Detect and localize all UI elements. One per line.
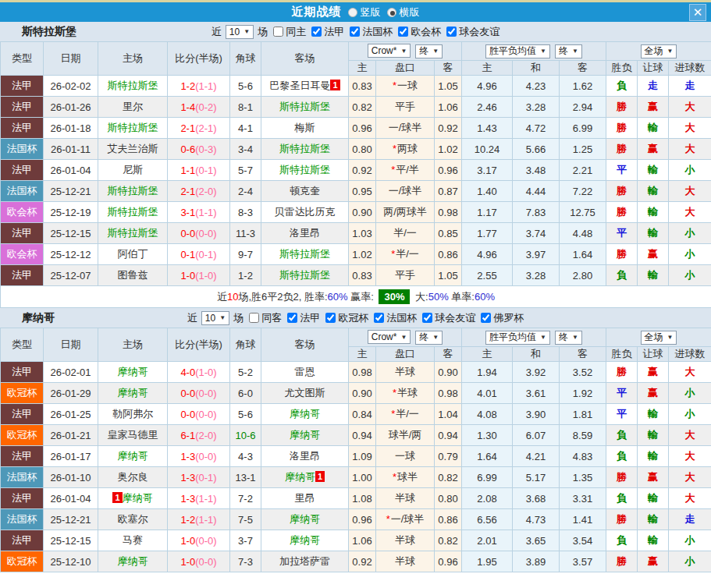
league-checkbox-1[interactable] [350,27,360,37]
league-label-0: 法甲 [300,311,320,325]
away-team-name: 洛里昂 [290,450,320,462]
score: 1-0(0-0) [168,551,230,572]
sub-column-header: 盘口 [376,347,435,362]
avg-final-select-value: 终 [559,331,568,344]
odds-company-select[interactable]: Crow*▼ [368,330,411,344]
league-checkbox-0[interactable] [311,27,322,37]
handicap: *一/球半 [376,509,435,530]
league-checkbox-3[interactable] [446,27,457,37]
horizontal-layout-radio[interactable] [387,8,396,17]
home-team-name: 斯特拉斯堡 [108,185,158,197]
league-checkbox-0[interactable] [287,313,297,323]
odds-final-select[interactable]: 终▼ [415,331,443,345]
home-team-name: 里尔 [123,101,143,112]
odds-home: 1.09 [349,446,376,467]
result-win-lose: 平 [606,383,638,404]
scope-controls: 全场▼ [606,328,711,347]
match-date: 26-01-29 [44,383,98,404]
horizontal-layout-label[interactable]: 横版 [400,5,420,19]
full-score: 1-4 [180,101,195,113]
match-date: 25-12-07 [44,265,98,286]
league-checkbox-4[interactable] [481,313,491,323]
handicap: 一/球半 [376,118,435,139]
same-venue-checkbox[interactable] [273,27,283,37]
result-handicap: 赢 [638,362,669,383]
result-handicap-value: 赢 [648,101,658,112]
matches-label: 场 [233,311,244,325]
avg-away: 3.31 [560,488,606,509]
match-count-select[interactable]: 10▼ [201,311,229,325]
avg-final-select[interactable]: 终▼ [555,331,582,345]
score: 1-1(0-1) [168,160,230,181]
type-badge: 欧冠杯 [1,551,44,572]
vertical-layout-radio[interactable] [348,8,357,17]
avg-type-select-value: 胜平负均值 [489,331,536,344]
score: 6-1(2-0) [168,425,230,446]
handicap-text: 半球 [395,366,415,377]
handicap: 球半/两 [376,425,435,446]
scope-select[interactable]: 全场▼ [641,331,677,345]
avg-draw: 3.89 [513,551,560,572]
score: 2-1(2-1) [168,118,230,139]
handicap: *两球 [376,139,435,160]
sub-column-header: 和 [513,347,560,362]
match-count-select[interactable]: 10▼ [226,25,254,39]
match-date: 26-02-02 [44,76,98,97]
away-team-name: 里昂 [295,492,315,504]
table-row: 法甲26-01-25勒阿弗尔0-0(0-0)5-6摩纳哥0.84*半/一1.04… [1,404,711,425]
chevron-down-icon: ▼ [432,334,439,341]
result-goals-value: 小 [685,227,695,239]
avg-draw: 3.68 [513,488,560,509]
odds-company-select[interactable]: Crow*▼ [368,44,411,58]
score: 1-4(0-2) [168,97,230,118]
type-badge: 法甲 [1,265,44,286]
league-checkbox-1[interactable] [325,313,336,323]
sub-column-header: 客 [435,347,462,362]
handicap-star: * [393,471,396,483]
type-badge: 欧会杯 [1,202,44,223]
odds-away: 1.05 [435,265,462,286]
away-team-name: 斯特拉斯堡 [279,101,330,112]
match-date: 26-01-10 [44,467,98,488]
sub-column-header: 和 [513,61,560,76]
avg-final-select[interactable]: 终▼ [555,44,582,58]
league-checkbox-2[interactable] [374,313,384,323]
results-table-0: 类型日期主场比分(半场)角球客场Crow*▼终▼胜平负均值▼终▼全场▼主盘口客主… [0,41,711,308]
type-badge: 法甲 [1,446,44,467]
half-score: (1-1) [195,80,216,92]
odds-away: 0.98 [435,202,462,223]
scope-select[interactable]: 全场▼ [641,44,677,58]
match-date: 25-12-21 [44,181,98,202]
result-win-lose-value: 勝 [617,513,627,525]
avg-home: 4.96 [462,244,513,265]
home-team: 斯特拉斯堡 [98,181,168,202]
league-label-3: 球会友谊 [435,311,475,325]
same-venue-checkbox[interactable] [249,313,259,323]
result-win-lose-value: 負 [617,429,627,441]
home-team-name: 摩纳哥 [123,492,153,504]
full-score: 1-0 [180,556,195,568]
league-checkbox-2[interactable] [398,27,408,37]
result-win-lose-value: 勝 [617,248,627,260]
avg-type-select[interactable]: 胜平负均值▼ [485,44,550,58]
away-team-name: 梅斯 [295,122,315,133]
section-header: 摩纳哥近10▼场同客法甲欧冠杯法国杯球会友谊佛罗杯 [0,308,711,328]
odds-final-select[interactable]: 终▼ [415,44,443,58]
result-handicap: 赢 [638,97,669,118]
vertical-layout-label[interactable]: 竖版 [361,5,381,19]
league-checkbox-3[interactable] [422,313,432,323]
odds-controls: Crow*▼终▼ [349,42,462,61]
handicap-text: 一球 [395,450,415,462]
home-team: 摩纳哥 [98,551,168,572]
half-score: (0-3) [195,143,216,155]
away-team: 巴黎圣日耳曼1 [261,76,349,97]
close-icon[interactable]: ✕ [689,4,706,21]
match-date: 26-01-17 [44,446,98,467]
result-goals-value: 大 [685,366,695,377]
avg-away: 2.94 [560,97,606,118]
sub-column-header: 让球 [638,61,669,76]
home-team: 里尔 [98,97,168,118]
avg-type-select[interactable]: 胜平负均值▼ [485,331,550,345]
avg-away: 3.54 [560,530,606,551]
type-badge: 法甲 [1,362,44,383]
